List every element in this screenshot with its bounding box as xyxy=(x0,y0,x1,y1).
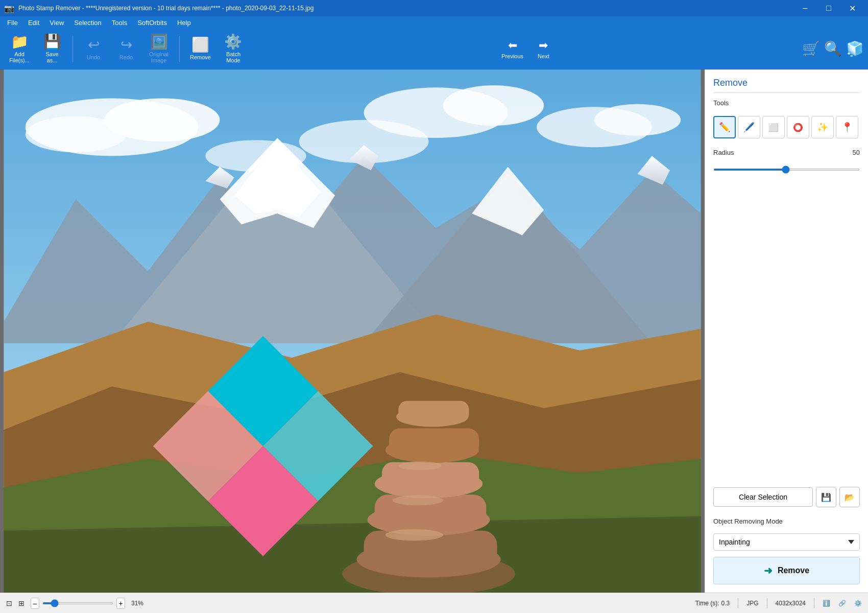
rectangle-icon: ⬜ xyxy=(768,123,779,132)
load-selection-icon: 📂 xyxy=(845,492,855,502)
status-separator-1 xyxy=(738,598,738,608)
file-format: JPG xyxy=(746,600,758,607)
tool-brush-button[interactable]: ✏️ xyxy=(713,116,736,138)
status-bar-right: Time (s): 0.3 JPG 4032x3024 ℹ️ 🔗 ⚙️ xyxy=(695,598,862,608)
save-selection-button[interactable]: 💾 xyxy=(816,487,836,507)
app-icon: 📷 xyxy=(4,4,14,13)
zoom-out-button[interactable]: – xyxy=(31,598,39,609)
remove-label: Remove xyxy=(190,54,211,60)
menu-selection[interactable]: Selection xyxy=(69,18,106,28)
magic-wand-icon: ✨ xyxy=(817,122,828,133)
redo-button[interactable]: ↪ Redo xyxy=(111,31,141,67)
tool-stamp-button[interactable]: 📍 xyxy=(836,116,858,138)
cart-icon[interactable]: 🛒 xyxy=(802,40,820,57)
original-image-label: Original Image xyxy=(149,51,168,63)
svg-text:2020 / 09 / 03: 2020 / 09 / 03 xyxy=(72,587,436,593)
add-files-label: Add File(s)... xyxy=(9,51,30,63)
remove-button-label: Remove xyxy=(778,566,809,575)
svg-rect-32 xyxy=(389,428,479,456)
canvas-area[interactable]: 2020 / 09 / 03 xyxy=(0,69,705,593)
mode-select[interactable]: InpaintingContent-Aware FillSmudge xyxy=(713,533,860,551)
menu-edit[interactable]: Edit xyxy=(23,18,44,28)
menu-tools[interactable]: Tools xyxy=(107,18,132,28)
mode-label: Object Removing Mode xyxy=(713,517,860,525)
3d-icon[interactable]: 🧊 xyxy=(846,40,864,57)
status-bar-left: ⊡ ⊞ – + 31% xyxy=(6,598,687,609)
radius-value: 50 xyxy=(853,149,860,156)
tool-rectangle-button[interactable]: ⬜ xyxy=(762,116,785,138)
toolbar-separator-2 xyxy=(179,36,180,62)
right-panel: Remove Tools ✏️ 🖊️ ⬜ ⭕ ✨ xyxy=(705,69,868,593)
next-button[interactable]: ➡ Next xyxy=(532,37,556,61)
zoom-in-button[interactable]: + xyxy=(116,598,125,609)
undo-button[interactable]: ↩ Undo xyxy=(78,31,109,67)
batch-mode-button[interactable]: ⚙️ Batch Mode xyxy=(218,31,249,67)
save-selection-icon: 💾 xyxy=(821,492,831,502)
time-label: Time (s): xyxy=(695,600,719,607)
toolbar-separator-1 xyxy=(73,36,73,62)
tool-eraser-button[interactable]: 🖊️ xyxy=(738,116,760,138)
next-icon: ➡ xyxy=(539,39,548,52)
add-files-button[interactable]: 📁 Add File(s)... xyxy=(4,31,35,67)
window-controls: – □ ✕ xyxy=(793,0,864,16)
panel-spacer xyxy=(713,178,860,473)
status-separator-2 xyxy=(767,598,767,608)
radius-slider[interactable] xyxy=(713,169,860,171)
brush-icon: ✏️ xyxy=(719,122,730,133)
batch-mode-icon: ⚙️ xyxy=(224,35,242,49)
add-files-icon: 📁 xyxy=(11,35,29,49)
info-icon[interactable]: ℹ️ xyxy=(823,600,830,607)
undo-label: Undo xyxy=(87,54,100,60)
svg-point-8 xyxy=(594,104,681,136)
lasso-icon: ⭕ xyxy=(793,123,803,132)
tool-lasso-button[interactable]: ⭕ xyxy=(787,116,809,138)
image-canvas: 2020 / 09 / 03 xyxy=(0,69,705,593)
zoom-slider[interactable] xyxy=(42,602,113,604)
original-image-button[interactable]: 🖼️ Original Image xyxy=(143,31,174,67)
maximize-button[interactable]: □ xyxy=(817,0,840,16)
fit-icon[interactable]: ⊡ xyxy=(6,599,12,607)
zoom-value: 31% xyxy=(131,600,143,607)
actual-size-icon[interactable]: ⊞ xyxy=(18,599,25,607)
toolbar-right-icons: 🛒 🔍 🧊 xyxy=(802,40,864,57)
previous-button[interactable]: ⬅ Previous xyxy=(495,37,529,61)
remove-button[interactable]: ⬜ Remove xyxy=(185,31,216,67)
minimize-button[interactable]: – xyxy=(793,0,817,16)
svg-point-5 xyxy=(443,85,544,126)
title-bar: 📷 Photo Stamp Remover - ****Unregistered… xyxy=(0,0,868,16)
radius-label: Radius xyxy=(713,149,734,156)
zoom-controls: – + xyxy=(31,598,125,609)
menu-view[interactable]: View xyxy=(44,18,69,28)
redo-icon: ↪ xyxy=(120,38,132,52)
tool-magic-wand-button[interactable]: ✨ xyxy=(811,116,834,138)
remove-icon: ⬜ xyxy=(191,38,209,52)
share-icon[interactable]: 🔗 xyxy=(838,600,846,607)
window-title: Photo Stamp Remover - ****Unregistered v… xyxy=(18,5,314,12)
batch-mode-label: Batch Mode xyxy=(226,51,240,63)
status-bar: ⊡ ⊞ – + 31% Time (s): 0.3 JPG 4032x3024 … xyxy=(0,593,868,613)
radius-slider-container xyxy=(713,164,860,172)
stamp-icon: 📍 xyxy=(841,122,853,133)
save-as-icon: 💾 xyxy=(43,35,61,49)
settings-icon[interactable]: ⚙️ xyxy=(854,600,862,607)
remove-arrow-icon: ➜ xyxy=(764,564,773,577)
svg-point-36 xyxy=(393,496,443,506)
menu-bar: File Edit View Selection Tools SoftOrbit… xyxy=(0,16,868,29)
svg-rect-34 xyxy=(398,401,469,422)
remove-action-button[interactable]: ➜ Remove xyxy=(713,557,860,584)
previous-label: Previous xyxy=(501,53,523,59)
clear-selection-button[interactable]: Clear Selection xyxy=(713,487,813,507)
svg-point-3 xyxy=(26,116,126,153)
status-separator-3 xyxy=(814,598,814,608)
main-layout: 2020 / 09 / 03 Remove Tools ✏️ 🖊️ ⬜ ⭕ xyxy=(0,69,868,593)
close-button[interactable]: ✕ xyxy=(840,0,864,16)
menu-help[interactable]: Help xyxy=(172,18,196,28)
menu-file[interactable]: File xyxy=(2,18,23,28)
save-as-label: Save as... xyxy=(45,51,58,63)
menu-softorbits[interactable]: SoftOrbits xyxy=(132,18,172,28)
save-as-button[interactable]: 💾 Save as... xyxy=(37,31,67,67)
panel-title: Remove xyxy=(713,78,860,93)
image-dimensions: 4032x3024 xyxy=(776,600,806,607)
load-selection-button[interactable]: 📂 xyxy=(839,487,860,507)
search-icon[interactable]: 🔍 xyxy=(824,40,842,57)
